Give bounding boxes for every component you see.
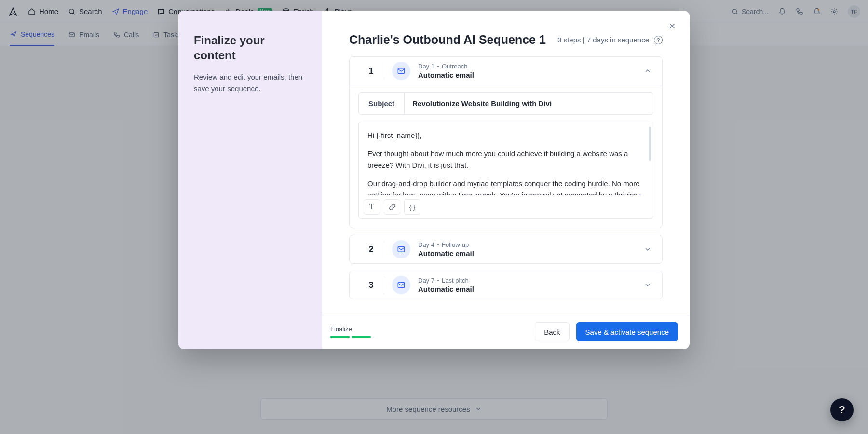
subject-row: Subject Revolutionize Website Building w… [358,92,653,115]
step-day: Day 1 [418,63,434,70]
step-number: 1 [358,62,384,80]
help-icon[interactable]: ? [654,36,663,44]
modal-content: Charlie's Outbound AI Sequence 1 3 steps… [322,11,690,349]
back-button[interactable]: Back [535,322,569,341]
step-day: Day 7 [418,277,434,284]
insert-link-button[interactable] [384,199,400,215]
step-kind: Outreach [442,63,467,70]
step-number: 2 [358,240,384,258]
step-kind: Last pitch [442,277,469,284]
progress-indicator [330,336,371,338]
save-activate-button[interactable]: Save & activate sequence [576,322,678,341]
finalize-modal: Finalize your content Review and edit yo… [178,11,690,349]
sequence-steps-summary: 3 steps | 7 days in sequence [557,36,649,44]
step-title: Automatic email [418,71,644,79]
step-kind: Follow-up [442,241,469,248]
close-icon [668,22,676,30]
close-button[interactable] [665,19,679,33]
format-text-button[interactable]: T [364,199,380,215]
step-number: 3 [358,276,384,294]
chevron-down-icon [644,245,653,253]
sidebar-title: Finalize your content [194,33,307,63]
subject-label: Subject [359,93,405,114]
modal-overlay: Finalize your content Review and edit yo… [0,0,868,434]
sequence-meta: 3 steps | 7 days in sequence ? [557,36,663,44]
step-body: Subject Revolutionize Website Building w… [350,85,662,228]
subject-input[interactable]: Revolutionize Website Building with Divi [405,93,653,114]
email-line: Our drag-and-drop builder and myriad tem… [367,178,644,195]
step-day: Day 4 [418,241,434,248]
sidebar-subtitle: Review and edit your emails, then save y… [194,71,307,94]
mail-icon [392,240,410,258]
sequence-title: Charlie's Outbound AI Sequence 1 [349,33,546,47]
insert-variable-button[interactable]: { } [404,199,420,215]
step-title: Automatic email [418,249,644,258]
email-line: Hi {{first_name}}, [367,130,644,141]
stage-label: Finalize [330,326,371,333]
step-card-1: 1 Day 1 Outreach Automatic email [349,56,663,228]
modal-sidebar: Finalize your content Review and edit yo… [178,11,322,349]
help-fab[interactable]: ? [830,398,854,421]
email-editor: Hi {{first_name}}, Ever thought about ho… [358,122,653,219]
chevron-up-icon [644,67,653,75]
email-line: Ever thought about how much more you cou… [367,148,644,171]
mail-icon [392,62,410,80]
step-card-3: 3 Day 7 Last pitch Automatic email [349,271,663,299]
mail-icon [392,276,410,294]
scrollbar[interactable] [649,127,651,161]
email-body[interactable]: Hi {{first_name}}, Ever thought about ho… [359,122,653,195]
step-header[interactable]: 2 Day 4 Follow-up Automatic email [350,235,662,263]
modal-footer: Finalize Back Save & activate sequence [322,316,690,349]
step-header[interactable]: 1 Day 1 Outreach Automatic email [350,57,662,85]
chevron-down-icon [644,281,653,289]
step-card-2: 2 Day 4 Follow-up Automatic email [349,235,663,264]
step-header[interactable]: 3 Day 7 Last pitch Automatic email [350,271,662,299]
editor-toolbar: T { } [359,195,653,218]
step-title: Automatic email [418,285,644,293]
